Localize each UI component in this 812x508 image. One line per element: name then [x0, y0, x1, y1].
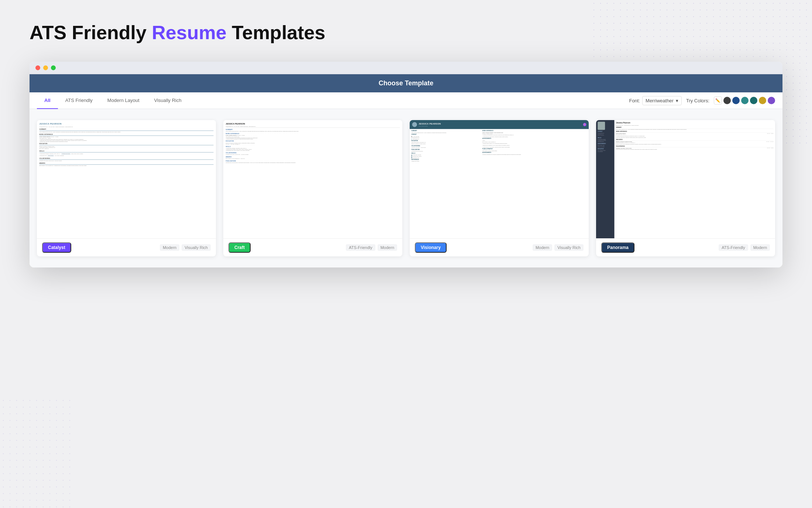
maximize-button[interactable] — [51, 65, 56, 70]
color-swatches: ✏️ — [714, 96, 775, 105]
visionary-header: JESSICA PEARSON Senior Software Engineer… — [410, 120, 589, 129]
tab-visually-rich[interactable]: Visually Rich — [147, 92, 189, 109]
visionary-left-col: Summary Senior Software Engineer with ov… — [411, 130, 481, 163]
purple-swatch[interactable] — [768, 97, 775, 104]
panorama-tags: ATS-Friendly Modern — [719, 244, 770, 251]
font-value: Merriweather — [646, 98, 674, 103]
catalyst-volunteering-title: VOLUNTEERING — [39, 158, 214, 160]
visionary-tag-visually-rich: Visually Rich — [554, 244, 584, 251]
catalyst-tag-modern: Modern — [160, 244, 179, 251]
panorama-footer: Panorama ATS-Friendly Modern — [596, 238, 775, 256]
catalyst-summary-title: SUMMARY — [39, 129, 214, 131]
catalyst-footer: Catalyst Modern Visually Rich — [37, 238, 216, 256]
pencil-color-swatch[interactable]: ✏️ — [714, 96, 722, 105]
visionary-avatar — [412, 122, 417, 127]
template-preview-catalyst: JESSICA PEARSON hello@example.com · (123… — [37, 120, 216, 238]
craft-work-title: WORK EXPERIENCE — [226, 133, 400, 135]
close-button[interactable] — [35, 65, 40, 70]
visionary-tag-modern: Modern — [533, 244, 552, 251]
page-title: ATS Friendly Resume Templates — [30, 22, 782, 43]
navy-blue-swatch[interactable] — [732, 97, 740, 104]
chevron-down-icon: ▾ — [676, 98, 678, 103]
font-label: Font: — [629, 98, 640, 103]
craft-resume-name: JESSICA PEARSON — [226, 123, 400, 126]
craft-volunteering-title: VOLUNTEERING — [226, 152, 400, 154]
craft-badge-button[interactable]: Craft — [228, 242, 251, 253]
panorama-badge-button[interactable]: Panorama — [601, 242, 634, 253]
panorama-tag-modern: Modern — [750, 244, 770, 251]
craft-tags: ATS-Friendly Modern — [346, 244, 397, 251]
tab-ats-friendly[interactable]: ATS Friendly — [58, 92, 100, 109]
panorama-tag-ats: ATS-Friendly — [719, 244, 748, 251]
craft-tag-ats: ATS-Friendly — [346, 244, 375, 251]
minimize-button[interactable] — [43, 65, 48, 70]
catalyst-education-title: EDUCATION — [39, 143, 214, 146]
app-header: Choose Template — [30, 74, 782, 92]
dark-teal-swatch[interactable] — [750, 97, 757, 104]
template-card-catalyst[interactable]: JESSICA PEARSON hello@example.com · (123… — [37, 120, 216, 256]
catalyst-work-title: WORK EXPERIENCE — [39, 134, 214, 136]
tabs-left: All ATS Friendly Modern Layout Visually … — [37, 92, 189, 109]
dark-gray-swatch[interactable] — [723, 97, 731, 104]
tab-all[interactable]: All — [37, 92, 58, 109]
catalyst-resume-name: JESSICA PEARSON — [39, 123, 214, 126]
template-card-visionary[interactable]: JESSICA PEARSON Senior Software Engineer… — [410, 120, 589, 256]
craft-education-title: EDUCATION — [226, 140, 400, 142]
template-card-craft[interactable]: JESSICA PEARSON hello@example.com · (123… — [223, 120, 402, 256]
craft-awards-title: AWARDS — [226, 156, 400, 158]
visionary-badge-button[interactable]: Visionary — [415, 242, 447, 253]
craft-resume-contact: hello@example.com · (123) 456-7890 · lin… — [226, 126, 400, 128]
visionary-footer: Visionary Modern Visually Rich — [410, 238, 589, 256]
font-dropdown[interactable]: Merriweather ▾ — [642, 96, 682, 105]
craft-summary-title: SUMMARY — [226, 129, 400, 131]
tab-modern-layout[interactable]: Modern Layout — [100, 92, 147, 109]
catalyst-tags: Modern Visually Rich — [160, 244, 211, 251]
craft-skills-title: SKILLS — [226, 146, 400, 147]
template-preview-visionary: JESSICA PEARSON Senior Software Engineer… — [410, 120, 589, 238]
browser-titlebar — [30, 62, 782, 74]
gold-swatch[interactable] — [759, 97, 766, 104]
panorama-avatar — [598, 122, 605, 130]
panorama-main: Jessica Pearson hello@example.com · www.… — [615, 120, 775, 238]
font-selector: Font: Merriweather ▾ — [629, 96, 681, 105]
panorama-sidebar: Contact hello@example.com www.example.co… — [596, 120, 615, 238]
visionary-body: Summary Senior Software Engineer with ov… — [410, 130, 589, 164]
catalyst-awards-title: AWARDS — [39, 163, 214, 165]
panorama-main-name: Jessica Pearson — [616, 122, 774, 125]
craft-footer: Craft ATS-Friendly Modern — [223, 238, 402, 256]
craft-tag-modern: Modern — [378, 244, 397, 251]
tabs-right: Font: Merriweather ▾ Try Colors: ✏️ — [629, 96, 775, 105]
visionary-tags: Modern Visually Rich — [533, 244, 584, 251]
dot-pattern-bottomleft — [0, 397, 74, 508]
catalyst-resume-contact: hello@example.com · (123) 456-7890 · lin… — [39, 126, 214, 127]
tabs-bar: All ATS Friendly Modern Layout Visually … — [30, 92, 782, 109]
template-grid: JESSICA PEARSON hello@example.com · (123… — [30, 109, 782, 267]
template-preview-panorama: Contact hello@example.com www.example.co… — [596, 120, 775, 238]
teal-swatch[interactable] — [741, 97, 749, 104]
browser-window: Choose Template All ATS Friendly Modern … — [30, 62, 782, 267]
visionary-badge-icon: ⚡ — [583, 123, 586, 126]
choose-template-title: Choose Template — [379, 79, 434, 87]
craft-publications-title: PUBLICATIONS — [226, 160, 400, 162]
template-preview-craft: JESSICA PEARSON hello@example.com · (123… — [223, 120, 402, 238]
visionary-right-col: Work Experience Senior Software Engineer… — [482, 130, 587, 163]
colors-label: Try Colors: — [686, 98, 709, 103]
catalyst-badge-button[interactable]: Catalyst — [42, 242, 71, 253]
catalyst-tag-visually-rich: Visually Rich — [182, 244, 211, 251]
catalyst-skills-title: SKILLS — [39, 150, 214, 153]
template-card-panorama[interactable]: Contact hello@example.com www.example.co… — [596, 120, 775, 256]
